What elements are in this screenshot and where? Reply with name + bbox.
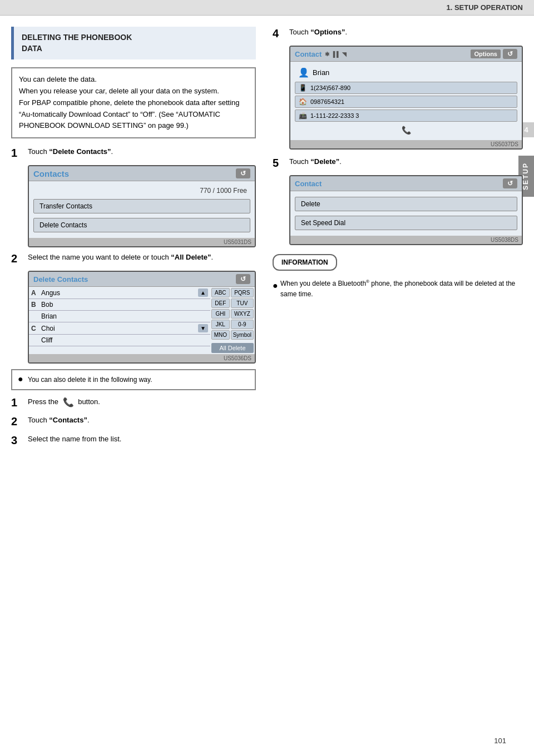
alpha-mno[interactable]: MNO xyxy=(211,330,230,340)
alpha-symbol[interactable]: Symbol xyxy=(231,330,254,340)
screen4-header: Contact ↺ xyxy=(290,176,522,191)
transfer-contacts-button[interactable]: Transfer Contacts xyxy=(33,199,250,213)
screen1-code: US5031DS xyxy=(29,238,255,246)
alpha-grid: ABC PQRS DEF TUV GHI WXYZ JKL 0-9 MNO Sy… xyxy=(210,287,255,354)
contact-row-choi[interactable]: C Choi ▼ xyxy=(29,322,210,335)
screen3-icons: ✱ ▐ ▌ ◥ xyxy=(325,51,347,57)
contacts-list: A Angus ▲ B Bob Brian C xyxy=(29,287,210,354)
phone-fax: 📠 1-111-222-2333 3 xyxy=(295,110,517,122)
screen4-back-button[interactable]: ↺ xyxy=(503,178,517,188)
screen4-title: Contact xyxy=(295,180,322,188)
scroll-down-btn[interactable]: ▼ xyxy=(198,324,208,332)
screen3-back-button[interactable]: ↺ xyxy=(503,49,517,59)
step-5: 5 Touch “Delete”. xyxy=(273,156,523,170)
screen2-header: Delete Contacts ↺ xyxy=(29,272,255,287)
alpha-abc[interactable]: ABC xyxy=(211,288,230,297)
contacts-title: Contacts xyxy=(33,169,69,178)
contact-row-bob[interactable]: B Bob xyxy=(29,299,210,311)
call-button[interactable]: 📞 xyxy=(295,123,517,137)
screen4-code: US5038DS xyxy=(290,236,522,244)
section-heading: DELETING THE PHONEBOOK DATA xyxy=(11,27,256,59)
contact-row-angus[interactable]: A Angus ▲ xyxy=(29,287,210,299)
screen-contact-delete: Contact ↺ Delete Set Speed Dial US5038DS xyxy=(289,175,523,245)
info-box: You can delete the data. When you releas… xyxy=(11,67,256,138)
person-icon: 👤 xyxy=(298,67,309,78)
contact-title: Contact xyxy=(295,50,322,58)
contact-row-cliff[interactable]: Cliff xyxy=(29,335,210,346)
phone-mobile: 📱 1(234)567-890 xyxy=(295,82,517,94)
contact-row-brian[interactable]: Brian xyxy=(29,311,210,322)
information-section: INFORMATION ● When you delete a Bluetoot… xyxy=(273,254,523,300)
sub-step-2: 2 Touch “Contacts”. xyxy=(11,415,256,428)
sub-step-1: 1 Press the 📞 button. xyxy=(11,396,256,409)
left-column: DELETING THE PHONEBOOK DATA You can dele… xyxy=(11,27,267,452)
screen-contact-detail: Contact ✱ ▐ ▌ ◥ Options ↺ 👤 Brian 📱 1(23… xyxy=(289,46,523,150)
step-2: 2 Select the name you want to delete or … xyxy=(11,252,256,265)
alpha-def[interactable]: DEF xyxy=(211,299,230,308)
information-bullet: ● When you delete a Bluetooth® phone, th… xyxy=(273,278,523,300)
screen-contacts-header: Contacts ↺ xyxy=(29,166,255,181)
alpha-wxyz[interactable]: WXYZ xyxy=(231,309,254,319)
phone-icon: 📞 xyxy=(63,396,74,409)
call-icon: 📞 xyxy=(402,126,411,135)
phone-home: 🏠 0987654321 xyxy=(295,96,517,108)
free-count: 770 / 1000 Free xyxy=(33,185,250,197)
screen-delete-contacts: Delete Contacts ↺ A Angus ▲ B Bob xyxy=(28,271,256,364)
back-button[interactable]: ↺ xyxy=(236,168,250,178)
page-header: 1. SETUP OPERATION xyxy=(0,0,534,16)
delete-contacts-title: Delete Contacts xyxy=(33,275,88,284)
set-speed-dial-button[interactable]: Set Speed Dial xyxy=(295,216,517,230)
screen2-code: US5036DS xyxy=(29,354,255,362)
right-column: 4 Touch “Options”. Contact ✱ ▐ ▌ ◥ Optio… xyxy=(267,27,523,452)
delete-contacts-button[interactable]: Delete Contacts xyxy=(33,218,250,232)
sub-step-3: 3 Select the name from the list. xyxy=(11,434,256,447)
screen-contacts: Contacts ↺ 770 / 1000 Free Transfer Cont… xyxy=(28,165,256,247)
screen2-back-button[interactable]: ↺ xyxy=(236,274,250,284)
all-delete-button[interactable]: All Delete xyxy=(211,343,254,353)
header-title: 1. SETUP OPERATION xyxy=(447,3,523,12)
section-heading-text: DELETING THE PHONEBOOK DATA xyxy=(22,32,248,54)
alpha-ghi[interactable]: GHI xyxy=(211,309,230,319)
contact-name: Brian xyxy=(313,68,329,77)
step-1: 1 Touch “Delete Contacts”. xyxy=(11,146,256,160)
scroll-up-btn[interactable]: ▲ xyxy=(198,289,208,297)
information-label: INFORMATION xyxy=(273,254,337,271)
page-number: 101 xyxy=(494,737,506,745)
bullet-note: ● You can also delete it in the followin… xyxy=(11,369,256,390)
alpha-tuv[interactable]: TUV xyxy=(231,299,254,308)
screen3-header: Contact ✱ ▐ ▌ ◥ Options ↺ xyxy=(290,47,522,62)
step-4: 4 Touch “Options”. xyxy=(273,27,523,40)
options-button[interactable]: Options xyxy=(471,49,501,58)
screen3-code: US5037DS xyxy=(290,140,522,148)
delete-button[interactable]: Delete xyxy=(295,197,517,211)
alpha-pqrs[interactable]: PQRS xyxy=(231,288,254,297)
alpha-jkl[interactable]: JKL xyxy=(211,320,230,329)
alpha-09[interactable]: 0-9 xyxy=(231,320,254,329)
